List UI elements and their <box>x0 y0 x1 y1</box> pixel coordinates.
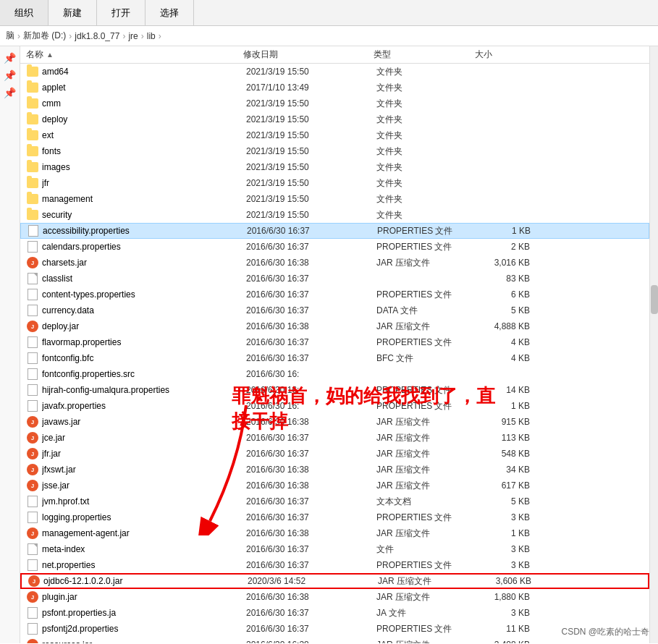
file-row[interactable]: accessibility.properties 2016/6/30 16:37… <box>20 223 649 239</box>
file-size: 11 KB <box>478 624 536 634</box>
file-date: 2017/1/10 13:49 <box>246 82 376 93</box>
file-date: 2021/3/19 15:50 <box>246 130 376 140</box>
file-row[interactable]: J ojdbc6-12.1.0.2.0.jar 2020/3/6 14:52 J… <box>20 573 649 589</box>
file-row[interactable]: J jfxswt.jar 2016/6/30 16:38 JAR 压缩文件 34… <box>20 462 649 478</box>
file-icon-cell <box>26 66 39 77</box>
breadcrumb-sep-4: › <box>159 31 161 41</box>
file-icon-cell: J <box>26 528 39 539</box>
pin-icon-1[interactable]: 📌 <box>4 52 16 64</box>
col-header-name[interactable]: 名称 ▲ <box>26 48 243 61</box>
file-type: JAR 压缩文件 <box>376 448 478 460</box>
file-row[interactable]: deploy 2021/3/19 15:50 文件夹 <box>20 111 649 127</box>
props-icon <box>28 559 38 571</box>
scrollbar-thumb[interactable] <box>651 285 658 314</box>
file-row[interactable]: fontconfig.bfc 2016/6/30 16:37 BFC 文件 4 … <box>20 350 649 366</box>
content-area: 名称 ▲ 修改日期 类型 大小 amd64 2021/3/19 15:50 文件… <box>20 46 649 643</box>
toolbar-open[interactable]: 打开 <box>97 0 145 25</box>
breadcrumb-sep-0: › <box>17 31 20 41</box>
file-row[interactable]: psfontj2d.properties 2016/6/30 16:37 PRO… <box>20 621 649 637</box>
file-row[interactable]: hijrah-config-umalqura.properties 2016/6… <box>20 382 649 398</box>
breadcrumb-jdk[interactable]: jdk1.8.0_77 <box>75 31 119 41</box>
file-row[interactable]: J charsets.jar 2016/6/30 16:38 JAR 压缩文件 … <box>20 255 649 271</box>
file-type: 文件夹 <box>376 130 478 142</box>
col-header-type[interactable]: 类型 <box>374 48 475 61</box>
file-size: 34 KB <box>478 465 536 475</box>
file-date: 2016/6/30 16:38 <box>246 480 376 491</box>
file-row[interactable]: J management-agent.jar 2016/6/30 16:38 J… <box>20 525 649 541</box>
breadcrumb-lib[interactable]: lib <box>147 31 156 41</box>
folder-icon <box>27 114 38 124</box>
file-date: 2016/6/30 16:38 <box>246 258 376 268</box>
file-type: PROPERTIES 文件 <box>376 384 478 397</box>
file-row[interactable]: J plugin.jar 2016/6/30 16:38 JAR 压缩文件 1,… <box>20 589 649 605</box>
file-name: psfontj2d.properties <box>42 624 246 634</box>
file-row[interactable]: calendars.properties 2016/6/30 16:37 PRO… <box>20 239 649 255</box>
file-row[interactable]: currency.data 2016/6/30 16:37 DATA 文件 5 … <box>20 302 649 318</box>
pin-icon-2[interactable]: 📌 <box>4 69 16 81</box>
file-row[interactable]: security 2021/3/19 15:50 文件夹 <box>20 207 649 223</box>
file-row[interactable]: J javaws.jar 2016/6/30 16:38 JAR 压缩文件 91… <box>20 414 649 430</box>
file-name: plugin.jar <box>42 592 246 602</box>
file-row[interactable]: logging.properties 2016/6/30 16:37 PROPE… <box>20 509 649 525</box>
file-row[interactable]: J resources.jar 2016/6/30 16:38 JAR 压缩文件… <box>20 637 649 643</box>
file-type: PROPERTIES 文件 <box>376 289 478 301</box>
file-name: fonts <box>42 146 246 156</box>
file-row[interactable]: ext 2021/3/19 15:50 文件夹 <box>20 127 649 143</box>
file-row[interactable]: amd64 2021/3/19 15:50 文件夹 <box>20 64 649 80</box>
file-size: 4 KB <box>478 353 536 363</box>
breadcrumb-d[interactable]: 新加卷 (D:) <box>23 30 66 42</box>
file-row[interactable]: content-types.properties 2016/6/30 16:37… <box>20 287 649 302</box>
file-row[interactable]: J jfr.jar 2016/6/30 16:37 JAR 压缩文件 548 K… <box>20 446 649 462</box>
sidebar-nav: 📌 📌 📌 <box>0 46 20 643</box>
pin-icon-3[interactable]: 📌 <box>4 87 16 98</box>
file-row[interactable]: javafx.properties 2016/6/30 16: PROPERTI… <box>20 398 649 414</box>
file-icon-cell <box>26 289 39 300</box>
file-row[interactable]: J jce.jar 2016/6/30 16:37 JAR 压缩文件 113 K… <box>20 430 649 446</box>
file-date: 2016/6/30 16:37 <box>246 512 376 522</box>
file-list: amd64 2021/3/19 15:50 文件夹 applet 2017/1/… <box>20 64 649 643</box>
file-row[interactable]: J jsse.jar 2016/6/30 16:38 JAR 压缩文件 617 … <box>20 478 649 493</box>
file-row[interactable]: J deploy.jar 2016/6/30 16:38 JAR 压缩文件 4,… <box>20 318 649 334</box>
file-row[interactable]: applet 2017/1/10 13:49 文件夹 <box>20 80 649 96</box>
file-row[interactable]: classlist 2016/6/30 16:37 83 KB <box>20 271 649 287</box>
file-row[interactable]: meta-index 2016/6/30 16:37 文件 3 KB <box>20 541 649 557</box>
file-date: 2021/3/19 15:50 <box>246 67 376 77</box>
breadcrumb-jre[interactable]: jre <box>128 31 138 41</box>
file-icon-cell <box>26 305 39 316</box>
file-row[interactable]: net.properties 2016/6/30 16:37 PROPERTIE… <box>20 557 649 573</box>
jar-icon: J <box>27 432 38 444</box>
toolbar-organize[interactable]: 组织 <box>0 0 48 25</box>
file-row[interactable]: jfr 2021/3/19 15:50 文件夹 <box>20 175 649 191</box>
file-type: 文件夹 <box>376 177 478 190</box>
file-row[interactable]: management 2021/3/19 15:50 文件夹 <box>20 191 649 207</box>
file-row[interactable]: fontconfig.properties.src 2016/6/30 16: <box>20 366 649 382</box>
file-icon-cell <box>26 368 39 380</box>
col-header-size[interactable]: 大小 <box>475 48 533 61</box>
file-row[interactable]: jvm.hprof.txt 2016/6/30 16:37 文本文档 5 KB <box>20 493 649 509</box>
file-row[interactable]: fonts 2021/3/19 15:50 文件夹 <box>20 143 649 159</box>
file-size: 3,408 KB <box>478 640 536 643</box>
file-size: 113 KB <box>478 433 536 443</box>
folder-icon <box>27 162 38 172</box>
breadcrumb-brain[interactable]: 脑 <box>6 30 14 42</box>
scrollbar[interactable] <box>649 46 658 643</box>
file-name: calendars.properties <box>42 242 246 252</box>
col-header-date[interactable]: 修改日期 <box>243 48 374 61</box>
file-icon-cell <box>26 623 39 635</box>
file-icon-cell: J <box>26 448 39 459</box>
toolbar-new[interactable]: 新建 <box>48 0 97 25</box>
folder-icon <box>27 67 38 77</box>
file-name: resources.jar <box>42 640 246 643</box>
file-icon-cell: J <box>26 257 39 268</box>
file-type: PROPERTIES 文件 <box>376 400 478 412</box>
file-date: 2016/6/30 16:38 <box>246 417 376 427</box>
file-row[interactable]: images 2021/3/19 15:50 文件夹 <box>20 159 649 175</box>
toolbar-select[interactable]: 选择 <box>145 0 194 25</box>
file-row[interactable]: flavormap.properties 2016/6/30 16:37 PRO… <box>20 334 649 350</box>
file-row[interactable]: psfont.properties.ja 2016/6/30 16:37 JA … <box>20 605 649 621</box>
file-type: PROPERTIES 文件 <box>376 336 478 349</box>
file-date: 2016/6/30 16:37 <box>246 433 376 443</box>
jar-icon: J <box>27 448 38 459</box>
file-icon-cell: J <box>26 416 39 428</box>
file-row[interactable]: cmm 2021/3/19 15:50 文件夹 <box>20 96 649 111</box>
